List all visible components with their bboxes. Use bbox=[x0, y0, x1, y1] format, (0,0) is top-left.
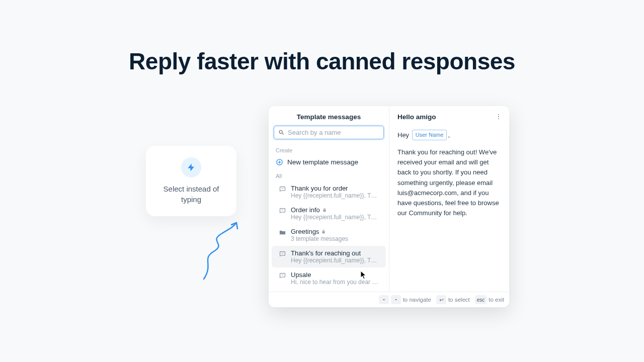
template-messages-panel: Template messages Create New template me… bbox=[269, 106, 509, 307]
arrow-illustration bbox=[199, 219, 264, 284]
hint-exit: esc to exit bbox=[475, 295, 504, 304]
template-item[interactable]: Thank's for reaching outHey {{recepient.… bbox=[272, 246, 386, 267]
enter-icon bbox=[439, 297, 444, 302]
search-input[interactable] bbox=[288, 129, 379, 136]
template-item-title: Thank you for order bbox=[291, 185, 379, 192]
preview-title: Hello amigo bbox=[397, 113, 501, 121]
template-list: Thank you for orderHey {{recepient.full_… bbox=[269, 181, 389, 292]
template-item-subtitle: Hi, nice to hear from you dear customer,… bbox=[291, 279, 379, 286]
callout-card: Select instead of typing bbox=[146, 146, 236, 216]
page-headline: Reply faster with canned responses bbox=[0, 48, 644, 75]
svg-point-2 bbox=[498, 116, 499, 117]
key-esc: esc bbox=[475, 295, 487, 304]
preview-text: Thank you for reaching out! We've receiv… bbox=[397, 147, 501, 218]
template-item-subtitle: Hey {{recepient.full_name}}, Thank you f… bbox=[291, 257, 379, 264]
preview-greeting-prefix: Hey bbox=[397, 131, 409, 139]
template-item[interactable]: UpsaleHi, nice to hear from you dear cus… bbox=[272, 267, 386, 289]
template-item[interactable]: Order infoHey {{recepient.full_name}}, T… bbox=[272, 203, 386, 224]
callout-text: Select instead of typing bbox=[156, 184, 226, 205]
hint-select: to select bbox=[436, 295, 470, 304]
svg-point-1 bbox=[498, 114, 499, 115]
dots-vertical-icon bbox=[495, 113, 502, 120]
template-preview-pane: Hello amigo Hey User Name, Thank you for… bbox=[389, 106, 509, 292]
hint-exit-text: to exit bbox=[489, 297, 504, 303]
new-template-button[interactable]: New template message bbox=[269, 155, 389, 170]
preview-body: Hey User Name, Thank you for reaching ou… bbox=[397, 130, 501, 218]
section-label-all: All bbox=[269, 170, 389, 181]
template-list-title: Template messages bbox=[269, 113, 389, 121]
chevron-up-icon bbox=[381, 297, 386, 302]
hint-select-text: to select bbox=[448, 297, 470, 303]
chevron-down-icon bbox=[393, 297, 398, 302]
template-item-subtitle: Hey {{recepient.full_name}}, Thank you f… bbox=[291, 214, 379, 221]
key-enter bbox=[436, 295, 446, 304]
section-label-create: Create bbox=[269, 144, 389, 155]
template-item-title: Order info bbox=[291, 206, 379, 214]
template-item-subtitle: 3 template messages bbox=[291, 235, 379, 242]
template-item[interactable]: Thank you for orderHey {{recepient.full_… bbox=[272, 181, 386, 203]
template-list-pane: Template messages Create New template me… bbox=[269, 106, 389, 292]
key-down bbox=[391, 295, 401, 304]
preview-greeting-suffix: , bbox=[448, 131, 450, 139]
plus-circle-icon bbox=[276, 158, 283, 166]
template-item-subtitle: Hey {{recepient.full_name}}, Thank you f… bbox=[291, 192, 379, 199]
more-options-button[interactable] bbox=[495, 113, 502, 122]
hint-navigate: to navigate bbox=[379, 295, 431, 304]
panel-footer: to navigate to select esc to exit bbox=[269, 292, 509, 307]
template-item[interactable]: Greetings3 template messages bbox=[272, 224, 386, 246]
variable-chip[interactable]: User Name bbox=[412, 130, 447, 140]
lightning-icon bbox=[181, 157, 201, 177]
template-item-title: Thank's for reaching out bbox=[291, 249, 379, 257]
hint-navigate-text: to navigate bbox=[403, 297, 431, 303]
template-item-title: Upsale bbox=[291, 271, 379, 279]
search-input-wrap[interactable] bbox=[274, 126, 384, 139]
new-template-label: New template message bbox=[287, 158, 358, 166]
key-up bbox=[379, 295, 389, 304]
template-item-title: Greetings bbox=[291, 228, 379, 235]
search-icon bbox=[278, 129, 285, 136]
svg-point-3 bbox=[498, 118, 499, 119]
